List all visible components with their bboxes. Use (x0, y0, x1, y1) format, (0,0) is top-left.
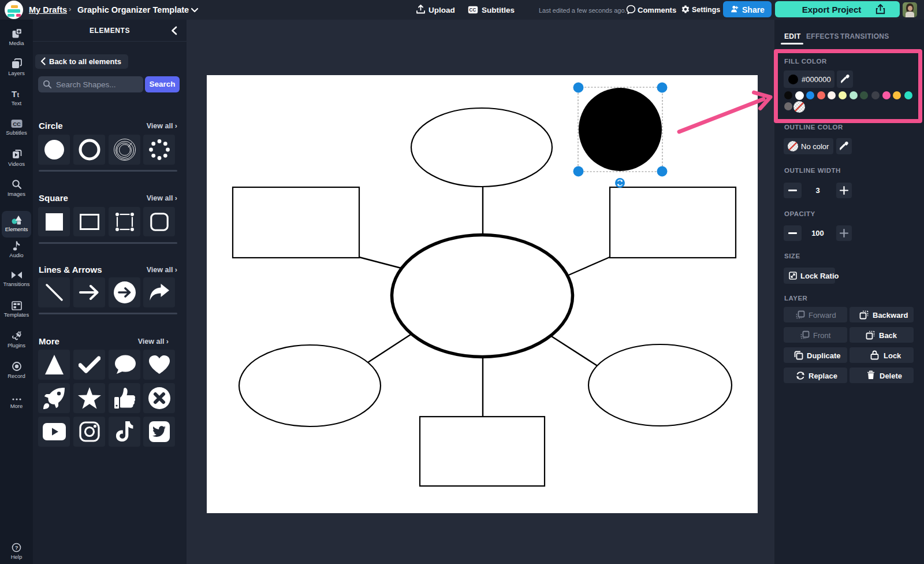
svg-text:t: t (17, 91, 19, 98)
svg-text:T: T (12, 89, 17, 99)
svg-text:CC: CC (470, 8, 476, 13)
svg-text:CC: CC (13, 121, 21, 127)
svg-text:?: ? (15, 544, 18, 551)
